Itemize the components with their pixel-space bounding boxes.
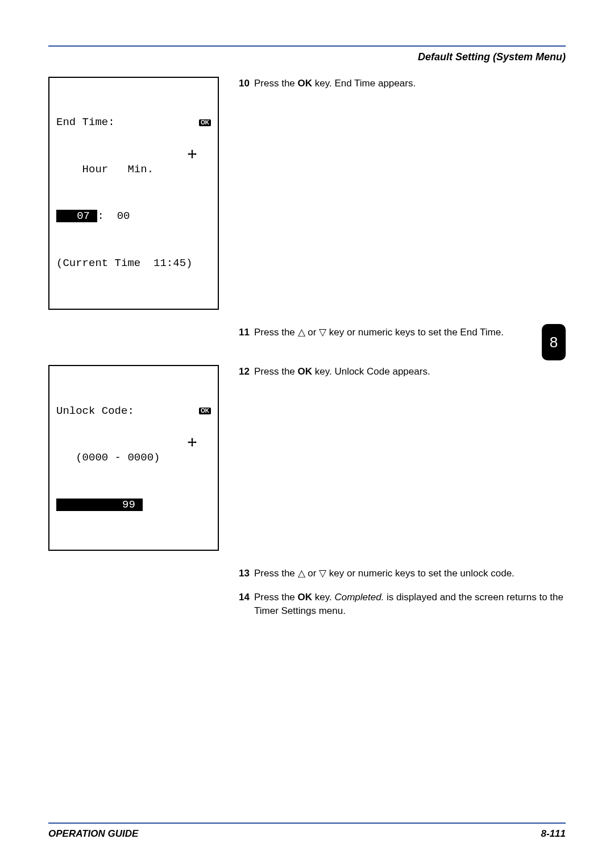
lcd-code-row: 99 [56, 497, 211, 513]
completed-label: Completed. [334, 592, 384, 603]
up-triangle-icon: △ [298, 568, 305, 579]
instruction-block-4: 13 Press the △ or ▽ key or numeric keys … [236, 567, 566, 628]
minute-value: 00 [104, 210, 130, 222]
ok-key: OK [298, 592, 313, 603]
t: Press the [254, 78, 298, 89]
t: key or numeric keys to set the unlock co… [326, 568, 515, 579]
ok-key: OK [298, 78, 313, 89]
t: key. [312, 592, 334, 603]
footer: OPERATION GUIDE 8-111 [48, 823, 566, 840]
footer-right: 8-111 [541, 828, 566, 840]
step-number: 10 [236, 77, 250, 90]
lcd-time-row: 07 : 00 [56, 209, 211, 225]
t: or [305, 568, 320, 579]
ok-icon: OK [199, 119, 211, 126]
t: key. End Time appears. [312, 78, 416, 89]
step-number: 14 [236, 591, 250, 618]
step-number: 13 [236, 567, 250, 580]
t: key or numeric keys to set the End Time. [326, 327, 504, 338]
t: Press the [254, 327, 298, 338]
hour-value-selected: 07 [56, 210, 97, 222]
footer-rule [48, 823, 566, 824]
down-triangle-icon: ▽ [319, 568, 326, 579]
step-text: Press the △ or ▽ key or numeric keys to … [254, 326, 566, 339]
step-12: 12 Press the OK key. Unlock Code appears… [236, 365, 566, 379]
lcd-current-time: (Current Time 11:45) [56, 256, 211, 272]
t: Press the [254, 366, 298, 377]
step-14: 14 Press the OK key. Completed. is displ… [236, 591, 566, 618]
nav-cross-icon [188, 406, 197, 416]
lcd-icons: OK [188, 118, 211, 127]
step-13: 13 Press the △ or ▽ key or numeric keys … [236, 567, 566, 580]
nav-cross-icon [188, 118, 197, 127]
time-colon: : [97, 210, 103, 222]
t: Press the [254, 568, 298, 579]
step-number: 12 [236, 365, 250, 379]
t: Press the [254, 592, 298, 603]
step-text: Press the OK key. Unlock Code appears. [254, 365, 566, 379]
row-unlockcode: Unlock Code: OK (0000 - 0000) 99 12 Pres… [48, 365, 566, 551]
t: or [305, 327, 320, 338]
step-text: Press the OK key. End Time appears. [254, 77, 566, 90]
row-step11: 11 Press the △ or ▽ key or numeric keys … [48, 326, 566, 350]
header-rule [48, 45, 566, 47]
ok-icon: OK [199, 408, 211, 414]
step-10: 10 Press the OK key. End Time appears. [236, 77, 566, 90]
page: Default Setting (System Menu) End Time: … [0, 0, 614, 868]
step-text: Press the OK key. Completed. is displaye… [254, 591, 566, 618]
step-number: 11 [236, 326, 250, 339]
lcd-title: End Time: [56, 115, 115, 131]
t: key. Unlock Code appears. [312, 366, 430, 377]
lcd-title: Unlock Code: [56, 404, 134, 420]
footer-left: OPERATION GUIDE [48, 828, 138, 840]
row-steps13-14: 13 Press the △ or ▽ key or numeric keys … [48, 567, 566, 628]
code-value-selected: 99 [56, 499, 143, 511]
instruction-block-3: 12 Press the OK key. Unlock Code appears… [236, 365, 566, 389]
instruction-block-2: 11 Press the △ or ▽ key or numeric keys … [236, 326, 566, 350]
down-triangle-icon: ▽ [319, 327, 326, 338]
section-header: Default Setting (System Menu) [48, 51, 566, 63]
lcd-unlock-code: Unlock Code: OK (0000 - 0000) 99 [48, 365, 219, 551]
spacer [48, 326, 219, 331]
ok-key: OK [298, 366, 313, 377]
up-triangle-icon: △ [298, 327, 305, 338]
lcd-end-time: End Time: OK Hour Min. 07 : 00 (Current … [48, 77, 219, 310]
instruction-block-1: 10 Press the OK key. End Time appears. [236, 77, 566, 101]
step-text: Press the △ or ▽ key or numeric keys to … [254, 567, 566, 580]
lcd-icons: OK [188, 406, 211, 416]
spacer [48, 567, 219, 572]
chapter-tab: 8 [542, 324, 566, 360]
chapter-number: 8 [550, 334, 558, 351]
row-endtime: End Time: OK Hour Min. 07 : 00 (Current … [48, 77, 566, 310]
step-11: 11 Press the △ or ▽ key or numeric keys … [236, 326, 566, 339]
